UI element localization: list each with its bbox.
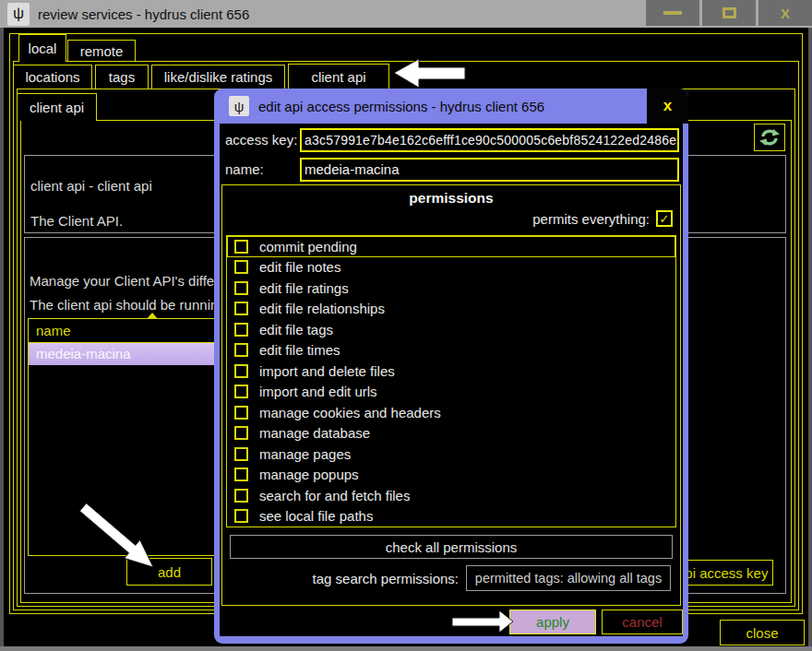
permission-label: edit file relationships (259, 301, 385, 316)
permission-row[interactable]: edit file tags (227, 319, 675, 340)
tab-tags[interactable]: tags (95, 65, 149, 89)
manage-line2: The client api should be runnin (30, 297, 218, 313)
permissions-list: commit pending edit file notes edit file… (226, 235, 676, 527)
refresh-button[interactable] (754, 124, 785, 151)
checkbox-icon[interactable] (234, 489, 248, 503)
minimize-icon (663, 11, 682, 15)
minimize-button[interactable] (646, 0, 699, 26)
permits-everything-row: permits everything: ✓ (532, 210, 673, 227)
checkbox-icon[interactable] (234, 364, 248, 378)
permission-label: import and edit urls (259, 384, 377, 399)
permission-row[interactable]: edit file notes (227, 257, 675, 278)
apply-button[interactable]: apply (509, 610, 596, 634)
psi-glyph: ψ (234, 99, 245, 114)
access-key-input[interactable]: a3c57991e7b4e162c6efff1ce90c500005c6ebf8… (300, 128, 679, 152)
permission-row[interactable]: import and delete files (227, 361, 675, 382)
edit-api-permissions-dialog: ψ edit api access permissions - hydrus c… (214, 89, 688, 644)
tab-client-api-label: client api (311, 69, 365, 85)
checkbox-icon[interactable] (234, 343, 248, 357)
checkbox-icon[interactable] (234, 281, 248, 295)
checkbox-icon[interactable] (234, 447, 248, 461)
service-info-line2: The Client API. (30, 213, 123, 229)
dialog-close-icon: x (663, 97, 672, 115)
window-frame-bottom (0, 646, 812, 651)
tab-like-dislike-ratings-label: like/dislike ratings (164, 69, 273, 85)
dialog-title: edit api access permissions - hydrus cli… (258, 99, 544, 114)
permission-label: manage database (259, 425, 370, 441)
checkbox-icon[interactable] (234, 385, 248, 398)
hydrus-dialog-icon: ψ (229, 96, 249, 116)
tab-local[interactable]: local (18, 34, 66, 62)
apply-button-label: apply (536, 614, 569, 630)
permission-label: edit file notes (259, 259, 340, 275)
checkbox-icon[interactable] (234, 406, 248, 420)
close-button[interactable]: close (720, 620, 805, 645)
tab-remote-label: remote (80, 43, 124, 59)
tag-search-permissions-button[interactable]: permitted tags: allowing all tags (466, 565, 671, 591)
tab-tags-label: tags (109, 69, 135, 85)
permission-row[interactable]: manage cookies and headers (227, 402, 675, 423)
checkbox-icon[interactable] (234, 302, 248, 315)
window-frame-left (0, 28, 4, 651)
review-services-window: ψ review services - hydrus client 656 X … (0, 0, 812, 651)
api-access-key-button-label: api access key (677, 565, 768, 581)
permission-label: see local file paths (259, 508, 373, 524)
permission-row[interactable]: manage pages (227, 444, 675, 465)
close-icon: X (781, 6, 790, 21)
checkmark-icon: ✓ (660, 212, 670, 226)
tab-remote[interactable]: remote (67, 40, 136, 61)
window-title: review services - hydrus client 656 (38, 6, 249, 22)
permission-row[interactable]: edit file relationships (227, 299, 675, 320)
check-all-permissions-label: check all permissions (386, 539, 518, 555)
permissions-panel: permissions permits everything: ✓ commit… (221, 184, 681, 606)
service-info-line1: client api - client api (30, 178, 152, 194)
permission-row[interactable]: search for and fetch files (227, 485, 675, 506)
checkbox-icon[interactable] (234, 509, 248, 523)
permits-everything-label: permits everything: (532, 211, 650, 227)
checkbox-icon[interactable] (234, 323, 248, 337)
tag-search-permissions-label: tag search permissions: (313, 571, 459, 586)
permission-row[interactable]: import and edit urls (227, 382, 675, 403)
permission-row[interactable]: see local file paths (227, 506, 675, 527)
close-window-button[interactable]: X (758, 0, 812, 26)
add-button[interactable]: add (126, 558, 212, 586)
dialog-close-button[interactable]: x (647, 89, 688, 124)
tab-locations[interactable]: locations (13, 65, 92, 89)
manage-line1: Manage your Client API's differ (30, 273, 219, 289)
subtab-client-api[interactable]: client api (17, 93, 97, 121)
permission-row[interactable]: manage popups (227, 465, 675, 486)
permission-row[interactable]: edit file ratings (227, 278, 675, 299)
tab-client-api[interactable]: client api (288, 64, 389, 89)
permits-everything-checkbox[interactable]: ✓ (656, 210, 673, 227)
permission-label: edit file times (259, 342, 340, 358)
tab-locations-label: locations (25, 69, 79, 85)
tab-local-label: local (29, 41, 57, 56)
add-button-label: add (158, 564, 181, 580)
permission-label: edit file tags (259, 322, 333, 337)
permission-label: manage pages (259, 446, 351, 462)
permission-label: commit pending (259, 239, 357, 254)
checkbox-icon[interactable] (234, 426, 248, 440)
dialog-titlebar[interactable]: ψ edit api access permissions - hydrus c… (214, 89, 688, 124)
check-all-permissions-button[interactable]: check all permissions (230, 535, 673, 559)
permission-label: manage cookies and headers (259, 405, 441, 420)
checkbox-icon[interactable] (234, 468, 248, 481)
window-controls: X (643, 0, 812, 26)
permissions-title: permissions (222, 190, 680, 207)
permission-row[interactable]: commit pending (227, 236, 675, 257)
window-frame-right (808, 28, 812, 651)
permission-row[interactable]: edit file times (227, 340, 675, 361)
window-titlebar: ψ review services - hydrus client 656 X (0, 0, 812, 28)
refresh-icon (758, 128, 781, 147)
name-input[interactable]: medeia-macina (300, 158, 679, 182)
permission-label: search for and fetch files (259, 488, 410, 503)
tab-like-dislike-ratings[interactable]: like/dislike ratings (151, 65, 285, 89)
checkbox-icon[interactable] (234, 240, 248, 254)
checkbox-icon[interactable] (234, 260, 248, 274)
permission-row[interactable]: manage database (227, 423, 675, 444)
maximize-button[interactable] (702, 0, 756, 26)
access-key-label: access key: (225, 132, 297, 148)
cancel-button[interactable]: cancel (602, 610, 683, 634)
psi-glyph: ψ (13, 5, 24, 23)
permission-label: import and delete files (259, 363, 395, 379)
